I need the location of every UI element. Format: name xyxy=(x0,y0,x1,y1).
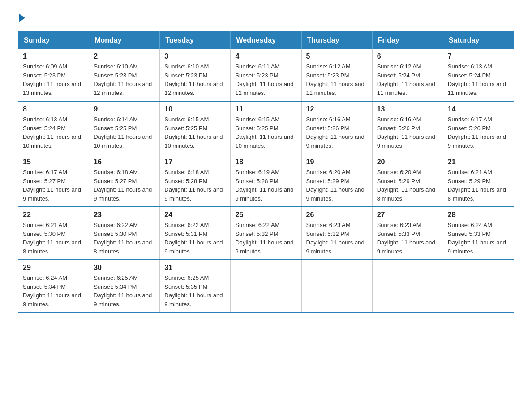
calendar-day-cell: 2 Sunrise: 6:10 AMSunset: 5:23 PMDayligh… xyxy=(89,49,160,101)
day-number: 13 xyxy=(377,105,438,113)
calendar-table: SundayMondayTuesdayWednesdayThursdayFrid… xyxy=(18,31,514,313)
logo xyxy=(18,13,26,22)
calendar-day-cell: 24 Sunrise: 6:22 AMSunset: 5:31 PMDaylig… xyxy=(160,207,231,260)
day-number: 16 xyxy=(94,158,155,166)
day-number: 20 xyxy=(377,158,438,166)
calendar-week-row: 1 Sunrise: 6:09 AMSunset: 5:23 PMDayligh… xyxy=(18,49,514,101)
day-number: 11 xyxy=(235,105,296,113)
logo-arrow-icon xyxy=(19,13,25,22)
day-info: Sunrise: 6:15 AMSunset: 5:25 PMDaylight:… xyxy=(164,116,223,149)
day-info: Sunrise: 6:23 AMSunset: 5:33 PMDaylight:… xyxy=(377,222,435,255)
calendar-day-cell xyxy=(372,260,443,313)
day-number: 30 xyxy=(94,264,155,272)
day-number: 24 xyxy=(164,211,226,219)
calendar-day-cell: 12 Sunrise: 6:16 AMSunset: 5:26 PMDaylig… xyxy=(301,101,372,154)
calendar-day-cell: 31 Sunrise: 6:25 AMSunset: 5:35 PMDaylig… xyxy=(160,260,231,313)
calendar-day-cell: 17 Sunrise: 6:18 AMSunset: 5:28 PMDaylig… xyxy=(160,154,231,207)
day-info: Sunrise: 6:21 AMSunset: 5:30 PMDaylight:… xyxy=(23,222,81,255)
calendar-day-cell: 21 Sunrise: 6:21 AMSunset: 5:29 PMDaylig… xyxy=(443,154,514,207)
day-info: Sunrise: 6:24 AMSunset: 5:34 PMDaylight:… xyxy=(23,274,81,308)
day-number: 26 xyxy=(306,211,368,219)
day-number: 4 xyxy=(235,52,296,60)
day-info: Sunrise: 6:12 AMSunset: 5:24 PMDaylight:… xyxy=(377,63,435,96)
day-info: Sunrise: 6:12 AMSunset: 5:23 PMDaylight:… xyxy=(306,63,365,96)
day-number: 1 xyxy=(23,52,84,60)
day-info: Sunrise: 6:10 AMSunset: 5:23 PMDaylight:… xyxy=(94,63,152,96)
calendar-day-cell: 14 Sunrise: 6:17 AMSunset: 5:26 PMDaylig… xyxy=(443,101,514,154)
weekday-header-monday: Monday xyxy=(89,32,160,49)
day-info: Sunrise: 6:23 AMSunset: 5:32 PMDaylight:… xyxy=(306,222,365,255)
calendar-day-cell xyxy=(443,260,514,313)
day-info: Sunrise: 6:16 AMSunset: 5:26 PMDaylight:… xyxy=(306,116,365,149)
calendar-day-cell: 8 Sunrise: 6:13 AMSunset: 5:24 PMDayligh… xyxy=(18,101,89,154)
day-number: 8 xyxy=(23,105,84,113)
weekday-header-saturday: Saturday xyxy=(443,32,514,49)
day-info: Sunrise: 6:13 AMSunset: 5:24 PMDaylight:… xyxy=(448,63,506,96)
calendar-day-cell: 11 Sunrise: 6:15 AMSunset: 5:25 PMDaylig… xyxy=(231,101,301,154)
calendar-day-cell: 9 Sunrise: 6:14 AMSunset: 5:25 PMDayligh… xyxy=(89,101,160,154)
weekday-header-tuesday: Tuesday xyxy=(160,32,231,49)
day-number: 9 xyxy=(94,105,155,113)
calendar-day-cell: 29 Sunrise: 6:24 AMSunset: 5:34 PMDaylig… xyxy=(18,260,89,313)
calendar-day-cell: 6 Sunrise: 6:12 AMSunset: 5:24 PMDayligh… xyxy=(372,49,443,101)
day-number: 28 xyxy=(448,211,509,219)
calendar-day-cell: 26 Sunrise: 6:23 AMSunset: 5:32 PMDaylig… xyxy=(301,207,372,260)
day-info: Sunrise: 6:13 AMSunset: 5:24 PMDaylight:… xyxy=(23,116,81,149)
calendar-day-cell xyxy=(301,260,372,313)
day-info: Sunrise: 6:18 AMSunset: 5:27 PMDaylight:… xyxy=(94,169,152,202)
calendar-day-cell: 7 Sunrise: 6:13 AMSunset: 5:24 PMDayligh… xyxy=(443,49,514,101)
day-info: Sunrise: 6:16 AMSunset: 5:26 PMDaylight:… xyxy=(377,116,435,149)
day-info: Sunrise: 6:20 AMSunset: 5:29 PMDaylight:… xyxy=(377,169,435,202)
day-number: 21 xyxy=(448,158,509,166)
calendar-week-row: 15 Sunrise: 6:17 AMSunset: 5:27 PMDaylig… xyxy=(18,154,514,207)
calendar-day-cell: 19 Sunrise: 6:20 AMSunset: 5:29 PMDaylig… xyxy=(301,154,372,207)
day-info: Sunrise: 6:15 AMSunset: 5:25 PMDaylight:… xyxy=(235,116,293,149)
day-info: Sunrise: 6:17 AMSunset: 5:27 PMDaylight:… xyxy=(23,169,81,202)
calendar-day-cell: 1 Sunrise: 6:09 AMSunset: 5:23 PMDayligh… xyxy=(18,49,89,101)
day-info: Sunrise: 6:20 AMSunset: 5:29 PMDaylight:… xyxy=(306,169,365,202)
day-info: Sunrise: 6:21 AMSunset: 5:29 PMDaylight:… xyxy=(448,169,506,202)
calendar-day-cell: 23 Sunrise: 6:22 AMSunset: 5:30 PMDaylig… xyxy=(89,207,160,260)
calendar-day-cell: 30 Sunrise: 6:25 AMSunset: 5:34 PMDaylig… xyxy=(89,260,160,313)
day-number: 10 xyxy=(164,105,226,113)
day-number: 6 xyxy=(377,52,438,60)
day-number: 12 xyxy=(306,105,368,113)
calendar-day-cell: 10 Sunrise: 6:15 AMSunset: 5:25 PMDaylig… xyxy=(160,101,231,154)
day-info: Sunrise: 6:09 AMSunset: 5:23 PMDaylight:… xyxy=(23,63,81,96)
day-number: 17 xyxy=(164,158,226,166)
page-header xyxy=(18,13,514,22)
calendar-day-cell: 20 Sunrise: 6:20 AMSunset: 5:29 PMDaylig… xyxy=(372,154,443,207)
day-info: Sunrise: 6:22 AMSunset: 5:32 PMDaylight:… xyxy=(235,222,293,255)
day-info: Sunrise: 6:17 AMSunset: 5:26 PMDaylight:… xyxy=(448,116,506,149)
day-number: 5 xyxy=(306,52,368,60)
day-number: 14 xyxy=(448,105,509,113)
day-number: 18 xyxy=(235,158,296,166)
weekday-header-row: SundayMondayTuesdayWednesdayThursdayFrid… xyxy=(18,32,514,49)
calendar-day-cell: 3 Sunrise: 6:10 AMSunset: 5:23 PMDayligh… xyxy=(160,49,231,101)
calendar-day-cell: 28 Sunrise: 6:24 AMSunset: 5:33 PMDaylig… xyxy=(443,207,514,260)
calendar-day-cell: 16 Sunrise: 6:18 AMSunset: 5:27 PMDaylig… xyxy=(89,154,160,207)
day-number: 2 xyxy=(94,52,155,60)
day-number: 23 xyxy=(94,211,155,219)
day-info: Sunrise: 6:19 AMSunset: 5:28 PMDaylight:… xyxy=(235,169,293,202)
calendar-day-cell: 5 Sunrise: 6:12 AMSunset: 5:23 PMDayligh… xyxy=(301,49,372,101)
day-info: Sunrise: 6:24 AMSunset: 5:33 PMDaylight:… xyxy=(448,222,506,255)
weekday-header-wednesday: Wednesday xyxy=(231,32,301,49)
day-info: Sunrise: 6:25 AMSunset: 5:35 PMDaylight:… xyxy=(164,274,223,308)
weekday-header-sunday: Sunday xyxy=(18,32,89,49)
day-number: 3 xyxy=(164,52,226,60)
calendar-day-cell: 13 Sunrise: 6:16 AMSunset: 5:26 PMDaylig… xyxy=(372,101,443,154)
calendar-week-row: 22 Sunrise: 6:21 AMSunset: 5:30 PMDaylig… xyxy=(18,207,514,260)
day-info: Sunrise: 6:22 AMSunset: 5:30 PMDaylight:… xyxy=(94,222,152,255)
weekday-header-friday: Friday xyxy=(372,32,443,49)
day-info: Sunrise: 6:14 AMSunset: 5:25 PMDaylight:… xyxy=(94,116,152,149)
day-number: 15 xyxy=(23,158,84,166)
calendar-day-cell: 27 Sunrise: 6:23 AMSunset: 5:33 PMDaylig… xyxy=(372,207,443,260)
day-number: 31 xyxy=(164,264,226,272)
day-info: Sunrise: 6:11 AMSunset: 5:23 PMDaylight:… xyxy=(235,63,293,96)
day-info: Sunrise: 6:10 AMSunset: 5:23 PMDaylight:… xyxy=(164,63,223,96)
day-number: 29 xyxy=(23,264,84,272)
day-number: 27 xyxy=(377,211,438,219)
day-number: 25 xyxy=(235,211,296,219)
calendar-day-cell: 4 Sunrise: 6:11 AMSunset: 5:23 PMDayligh… xyxy=(231,49,301,101)
